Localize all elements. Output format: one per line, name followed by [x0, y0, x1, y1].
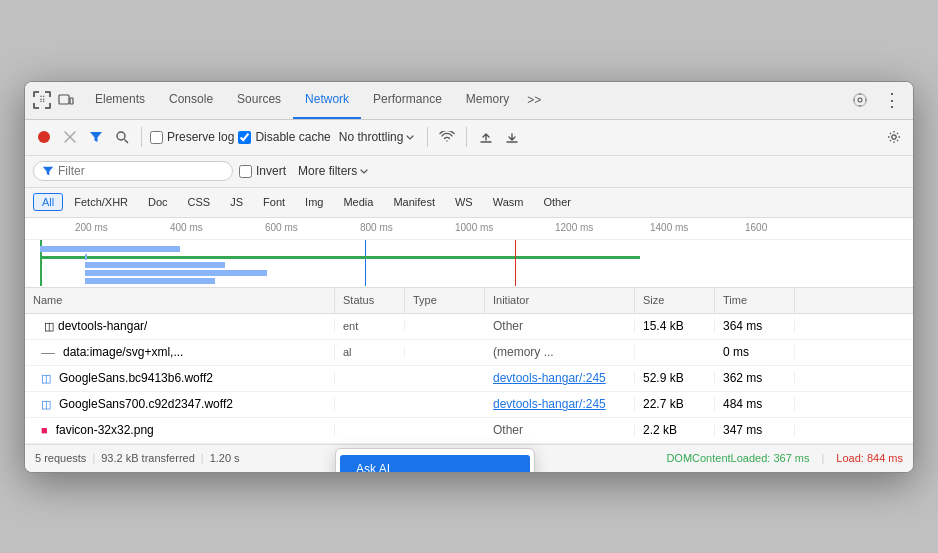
clear-button[interactable] — [59, 126, 81, 148]
tabs-more-button[interactable]: >> — [521, 93, 547, 107]
status-time: 1.20 s — [210, 452, 240, 464]
table-body: ◫ devtools-hangar/ ent Other 15.4 kB 364 — [25, 314, 913, 444]
req-bar-4 — [85, 270, 267, 276]
filter-input[interactable] — [58, 164, 208, 178]
th-initiator: Initiator — [485, 288, 635, 313]
preserve-log-label[interactable]: Preserve log — [150, 130, 234, 144]
table-row[interactable]: ◫ devtools-hangar/ ent Other 15.4 kB 364 — [25, 314, 913, 340]
th-size: Size — [635, 288, 715, 313]
td-name-5: ■ favicon-32x32.png — [25, 423, 335, 437]
type-filter-manifest[interactable]: Manifest — [384, 193, 444, 211]
record-stop-button[interactable] — [33, 126, 55, 148]
filter-funnel-icon — [42, 165, 54, 177]
context-menu: Ask AI Open in Sources panel Open in new… — [335, 448, 535, 473]
table-row[interactable]: — data:image/svg+xml,... al (memory ... … — [25, 340, 913, 366]
disable-cache-label[interactable]: Disable cache — [238, 130, 330, 144]
disable-cache-checkbox[interactable] — [238, 131, 251, 144]
td-status-1: ent — [335, 320, 405, 332]
device-toggle-icon[interactable] — [57, 91, 75, 109]
devtools-controls: ⠿ — [33, 91, 75, 109]
type-filter-all[interactable]: All — [33, 193, 63, 211]
timeline-load-line — [515, 240, 516, 286]
more-options-icon[interactable]: ⋮ — [879, 87, 905, 113]
ruler-mark-1400: 1400 ms — [650, 222, 688, 233]
td-initiator-4: devtools-hangar/:245 — [485, 397, 635, 411]
td-initiator-2: (memory ... — [485, 345, 635, 359]
type-filter-other[interactable]: Other — [534, 193, 580, 211]
td-size-3: 52.9 kB — [635, 371, 715, 385]
tab-network[interactable]: Network — [293, 82, 361, 119]
req-bar-3 — [85, 262, 225, 268]
td-time-5: 347 ms — [715, 423, 795, 437]
network-toolbar: Preserve log Disable cache No throttling — [25, 120, 913, 156]
td-initiator-5: Other — [485, 423, 635, 437]
td-name-1: ◫ devtools-hangar/ — [25, 319, 335, 333]
td-initiator-1: Other — [485, 319, 635, 333]
timeline-green-bar — [40, 256, 640, 259]
filter-input-wrap[interactable] — [33, 161, 233, 181]
tab-elements[interactable]: Elements — [83, 82, 157, 119]
ctx-ask-ai[interactable]: Ask AI — [340, 455, 530, 473]
search-icon[interactable] — [111, 126, 133, 148]
ruler-mark-600: 600 ms — [265, 222, 298, 233]
table-row[interactable]: ◫ GoogleSans.bc9413b6.woff2 devtools-han… — [25, 366, 913, 392]
tab-memory[interactable]: Memory — [454, 82, 521, 119]
ruler-mark-1200: 1200 ms — [555, 222, 593, 233]
status-divider2: | — [201, 452, 204, 464]
td-name-4: ◫ GoogleSans700.c92d2347.woff2 — [25, 397, 335, 411]
throttling-dropdown[interactable]: No throttling — [335, 128, 420, 146]
preserve-log-checkbox[interactable] — [150, 131, 163, 144]
tab-sources[interactable]: Sources — [225, 82, 293, 119]
tab-performance[interactable]: Performance — [361, 82, 454, 119]
type-filter-media[interactable]: Media — [334, 193, 382, 211]
td-status-2: al — [335, 346, 405, 358]
status-transferred: 93.2 kB transferred — [101, 452, 195, 464]
upload-icon[interactable] — [475, 126, 497, 148]
td-initiator-3: devtools-hangar/:245 — [485, 371, 635, 385]
more-filters-button[interactable]: More filters — [292, 162, 375, 180]
tab-bar: ⠿ Elements Console Sources Network Perfo… — [25, 82, 913, 120]
status-requests: 5 requests — [35, 452, 86, 464]
tabs: Elements Console Sources Network Perform… — [83, 82, 847, 119]
filter-bar: Invert More filters — [25, 156, 913, 188]
main-content: 200 ms 400 ms 600 ms 800 ms 1000 ms 1200… — [25, 218, 913, 444]
type-filter-fetch[interactable]: Fetch/XHR — [65, 193, 137, 211]
table-row[interactable]: ◫ GoogleSans700.c92d2347.woff2 devtools-… — [25, 392, 913, 418]
type-filter-doc[interactable]: Doc — [139, 193, 177, 211]
chevron-down-icon — [405, 132, 415, 142]
timeline-bars — [25, 240, 913, 286]
tab-bar-right: ⋮ — [847, 87, 905, 113]
settings-icon[interactable] — [847, 87, 873, 113]
td-name-3: ◫ GoogleSans.bc9413b6.woff2 — [25, 371, 335, 385]
ruler-mark-200: 200 ms — [75, 222, 108, 233]
td-time-4: 484 ms — [715, 397, 795, 411]
type-filter-font[interactable]: Font — [254, 193, 294, 211]
svg-line-4 — [125, 140, 129, 144]
timeline-selected-line — [365, 240, 366, 286]
divider-2 — [427, 127, 428, 147]
th-name: Name — [25, 288, 335, 313]
req-bar-1 — [40, 246, 180, 252]
wifi-icon[interactable] — [436, 126, 458, 148]
table-row[interactable]: ■ favicon-32x32.png Other 2.2 kB 347 ms — [25, 418, 913, 444]
th-status: Status — [335, 288, 405, 313]
td-time-2: 0 ms — [715, 345, 795, 359]
filter-button[interactable] — [85, 126, 107, 148]
more-filters-chevron-icon — [359, 166, 369, 176]
download-icon[interactable] — [501, 126, 523, 148]
table-container: Name Status Type Initiator Size Time ◫ d… — [25, 288, 913, 444]
ruler-mark-800: 800 ms — [360, 222, 393, 233]
network-settings-icon[interactable] — [883, 126, 905, 148]
type-filter-js[interactable]: JS — [221, 193, 252, 211]
type-filter-ws[interactable]: WS — [446, 193, 482, 211]
type-filter-css[interactable]: CSS — [179, 193, 220, 211]
invert-label[interactable]: Invert — [239, 164, 286, 178]
req-bar-5 — [85, 278, 215, 284]
tab-console[interactable]: Console — [157, 82, 225, 119]
invert-checkbox[interactable] — [239, 165, 252, 178]
td-time-1: 364 ms — [715, 319, 795, 333]
svg-point-2 — [38, 131, 50, 143]
status-dom-content: DOMContentLoaded: 367 ms — [666, 452, 809, 464]
type-filter-wasm[interactable]: Wasm — [484, 193, 533, 211]
type-filter-img[interactable]: Img — [296, 193, 332, 211]
